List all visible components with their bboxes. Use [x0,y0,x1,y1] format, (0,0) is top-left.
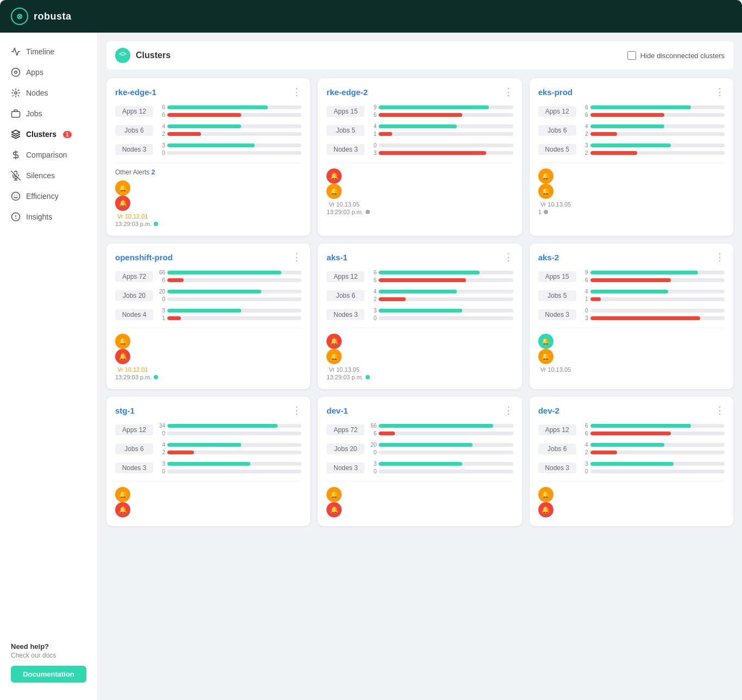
bar-fill [167,443,241,447]
metric-row-jobs: Jobs 20200 [326,442,513,455]
card-menu-button[interactable]: ⋮ [715,405,725,415]
alert-icon-1[interactable]: 🔔 [538,184,554,199]
logo-text: robusta [34,11,72,22]
metric-label-apps: Apps 12 [326,271,364,282]
alert-icon-0[interactable]: 🔔 [538,334,554,349]
card-menu-button[interactable]: ⋮ [715,252,725,262]
sidebar-item-clusters[interactable]: Clusters 1 [0,124,97,145]
bar-track [379,316,513,320]
sidebar-item-comparison[interactable]: Comparison [0,145,97,165]
bar-track [590,297,725,301]
alert-icon-0[interactable]: 🔔 [115,334,130,349]
alert-icon-1[interactable]: 🔔 [115,349,130,364]
bar-track [167,462,301,466]
metric-label-nodes: Nodes 3 [115,462,153,473]
alert-icon-1[interactable]: 🔔 [326,184,342,199]
bar-fill [167,271,281,274]
metric-label-jobs: Jobs 20 [115,290,153,301]
bar-fill [379,132,392,136]
alert-icon-0[interactable]: 🔔 [326,334,342,349]
bar-group: 6 [158,112,301,118]
metric-row-apps: Apps 1596 [326,104,513,118]
alert-icon-0[interactable]: 🔔 [326,168,342,184]
cluster-name[interactable]: aks-2 [538,253,559,262]
sidebar-item-nodes[interactable]: Nodes [0,83,97,103]
metric-label-jobs: Jobs 6 [538,125,576,136]
cluster-name[interactable]: eks-prod [538,88,573,97]
alert-icon-1[interactable]: 🔔 [538,349,554,364]
documentation-button[interactable]: Documentation [11,666,86,683]
cluster-name[interactable]: rke-edge-1 [115,88,156,97]
bar-group: 2 [369,296,513,302]
card-menu-button[interactable]: ⋮ [292,87,301,97]
sidebar-item-silences[interactable]: Silences [0,165,97,186]
card-menu-button[interactable]: ⋮ [504,405,513,415]
bar-track [590,290,725,293]
sidebar-item-apps[interactable]: Apps [0,62,97,83]
bar-group: 3 [369,150,513,156]
alert-icon-0[interactable]: 🔔 [115,180,130,196]
sidebar-item-jobs[interactable]: Jobs [0,103,97,124]
bar-fill [379,290,456,293]
bar-group: 4 [369,289,513,295]
metric-row-apps: Apps 12340 [115,423,301,436]
bar-track [167,143,301,147]
bar-group: 0 [158,150,301,156]
bar-group: 20 [369,442,513,448]
bar-track [590,271,725,274]
cluster-name[interactable]: stg-1 [115,406,135,415]
alert-icon-0[interactable]: 🔔 [538,487,554,502]
bar-track [167,424,301,428]
sidebar-item-timeline[interactable]: Timeline [0,41,97,62]
metric-row-apps: Apps 1596 [538,270,725,283]
bar-group: 4 [158,442,301,448]
metric-row-nodes: Nodes 532 [538,142,725,156]
cluster-card-rke-edge-2: rke-edge-2⋮Apps 1596Jobs 541Nodes 303🔔🔔V… [318,78,521,236]
card-menu-button[interactable]: ⋮ [292,405,301,415]
alert-icon-1[interactable]: 🔔 [115,502,130,517]
bar-track [590,309,725,312]
metric-row-jobs: Jobs 642 [115,123,301,137]
bar-number: 4 [581,289,588,295]
footer-time: 13:29:03 p.m. [115,221,301,227]
bar-fill [379,309,462,312]
footer-date: Vr 10.12.01 [117,366,148,373]
bar-number: 20 [369,442,376,448]
card-menu-button[interactable]: ⋮ [504,252,513,262]
bar-fill [167,316,181,320]
metric-label-jobs: Jobs 6 [115,443,153,454]
alert-icon-0[interactable]: 🔔 [326,487,342,502]
sidebar-item-insights[interactable]: Insights [0,207,97,227]
cluster-name[interactable]: rke-edge-2 [326,88,368,97]
card-menu-button[interactable]: ⋮ [292,252,301,262]
cluster-name[interactable]: aks-1 [326,253,347,262]
cluster-name[interactable]: dev-1 [326,406,348,415]
card-menu-button[interactable]: ⋮ [715,87,725,97]
alert-icon-1[interactable]: 🔔 [538,502,554,517]
card-header: eks-prod⋮ [538,87,725,97]
bar-track [167,151,301,155]
metric-label-nodes: Nodes 3 [538,462,576,473]
alert-icon-0[interactable]: 🔔 [538,168,554,184]
bar-group: 1 [581,296,725,302]
metric-label-jobs: Jobs 6 [326,290,364,301]
hide-disconnected-checkbox[interactable] [627,51,636,60]
cluster-name[interactable]: openshift-prod [115,253,173,262]
bar-fill [590,443,664,447]
alert-icon-1[interactable]: 🔔 [115,196,130,211]
hide-disconnected-label[interactable]: Hide disconnected clusters [627,51,725,60]
alert-icon-1[interactable]: 🔔 [326,349,342,364]
other-alerts: Other Alerts 2 [115,168,301,176]
cluster-name[interactable]: dev-2 [538,406,559,415]
metric-bars-apps: 66 [369,270,513,283]
bar-number: 0 [158,296,165,302]
alert-icon-1[interactable]: 🔔 [326,502,342,517]
metric-bars-jobs: 200 [369,442,513,455]
cluster-card-dev-2: dev-2⋮Apps 1266Jobs 642Nodes 330🔔🔔 [530,397,733,526]
metric-bars-jobs: 41 [581,289,725,302]
alert-icon-0[interactable]: 🔔 [115,487,130,502]
bar-group: 0 [158,468,301,474]
sidebar-item-efficiency[interactable]: Efficiency [0,186,97,207]
card-menu-button[interactable]: ⋮ [504,87,513,97]
bar-fill [590,151,638,155]
